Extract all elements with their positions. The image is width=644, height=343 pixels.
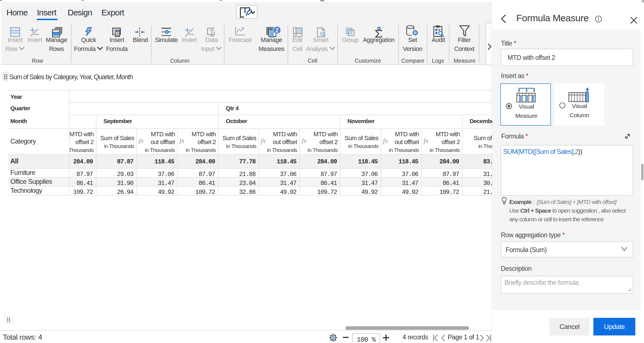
svg-text:2: 2	[275, 27, 279, 34]
